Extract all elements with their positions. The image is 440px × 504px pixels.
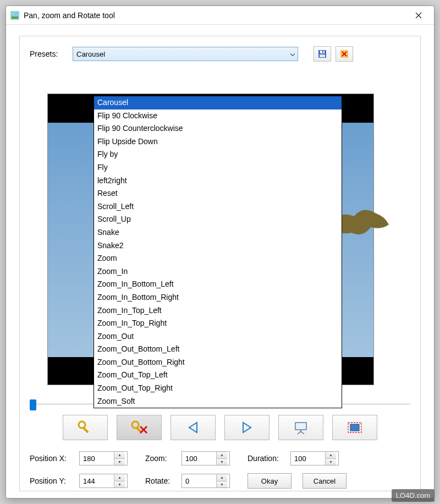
preset-option[interactable]: Reset: [94, 187, 342, 200]
preset-option[interactable]: Zoom_In: [94, 265, 342, 278]
preset-option[interactable]: Flip 90 Counterclockwise: [94, 122, 342, 135]
preset-option[interactable]: Zoom_In_Top_Right: [94, 317, 342, 330]
presets-label: Presets:: [30, 50, 68, 58]
svg-rect-9: [320, 54, 325, 57]
delete-icon: [339, 49, 349, 59]
preset-option[interactable]: Snake: [94, 226, 342, 239]
preset-option[interactable]: Zoom_Out_Top_Right: [94, 382, 342, 395]
next-frame-button[interactable]: [224, 415, 270, 440]
presets-row: Presets: Carousel: [30, 46, 410, 62]
posx-label: Position X:: [30, 454, 75, 463]
preset-option[interactable]: left2right: [94, 174, 342, 188]
posy-input[interactable]: ▲▼: [79, 474, 128, 488]
posx-field[interactable]: [80, 452, 114, 465]
zoom-spinner[interactable]: ▲▼: [216, 452, 227, 465]
dialog-content: Presets: Carousel: [19, 36, 421, 491]
preset-option[interactable]: Zoom_Out_Bottom_Right: [94, 356, 342, 369]
cancel-button[interactable]: Cancel: [302, 473, 346, 489]
slider-thumb[interactable]: [30, 399, 36, 410]
duration-input[interactable]: ▲▼: [290, 451, 339, 465]
okay-button[interactable]: Okay: [248, 473, 292, 489]
svg-rect-14: [82, 427, 89, 433]
preset-option[interactable]: Zoom_Out: [94, 330, 342, 343]
rotate-field[interactable]: [182, 474, 216, 487]
duration-label: Duration:: [248, 454, 286, 463]
svg-rect-24: [350, 424, 359, 431]
present-icon: [293, 420, 309, 435]
fit-screen-button[interactable]: [332, 415, 377, 440]
preset-option[interactable]: Zoom_Out_Top_Left: [94, 369, 342, 382]
preset-option[interactable]: Snake2: [94, 239, 342, 253]
screen-icon: [346, 421, 363, 434]
svg-line-21: [298, 431, 301, 434]
duration-field[interactable]: [291, 452, 325, 465]
preset-option[interactable]: Fly: [94, 161, 342, 174]
posy-field[interactable]: [80, 474, 114, 487]
save-preset-button[interactable]: [314, 46, 331, 62]
key-remove-icon: [130, 420, 148, 435]
rotate-spinner[interactable]: ▲▼: [216, 474, 227, 487]
preset-option[interactable]: Zoom_In_Bottom_Left: [94, 278, 342, 291]
zoom-field[interactable]: [182, 452, 216, 465]
add-keyframe-button[interactable]: [63, 415, 108, 440]
toolbar: [20, 415, 420, 440]
preset-option[interactable]: Flip Upside Down: [94, 135, 342, 149]
rotate-input[interactable]: ▲▼: [182, 474, 230, 488]
window-title: Pan, zoom and Rotate tool: [24, 11, 408, 20]
posy-label: Position Y:: [30, 476, 75, 485]
dialog-window: Pan, zoom and Rotate tool Presets: Carou…: [6, 6, 435, 498]
chevron-down-icon: [290, 50, 295, 58]
watermark: LO4D.com: [392, 489, 435, 502]
close-icon: [415, 12, 422, 19]
posx-input[interactable]: ▲▼: [79, 451, 128, 465]
preset-option[interactable]: Zoom_Soft: [94, 395, 342, 408]
title-bar: Pan, zoom and Rotate tool: [6, 6, 434, 25]
zoom-label: Zoom:: [145, 454, 177, 463]
delete-preset-button[interactable]: [336, 46, 353, 62]
remove-keyframe-button[interactable]: [117, 415, 162, 440]
prev-icon: [186, 420, 200, 435]
preset-option[interactable]: Zoom_Out_Bottom_Left: [94, 343, 342, 356]
svg-line-22: [301, 431, 304, 434]
presets-selected: Carousel: [76, 50, 105, 58]
svg-rect-19: [295, 423, 306, 430]
posy-spinner[interactable]: ▲▼: [114, 474, 125, 487]
prev-frame-button[interactable]: [170, 415, 216, 440]
app-icon: [10, 11, 19, 20]
preset-option[interactable]: Flip 90 Clockwise: [94, 109, 342, 123]
preset-option[interactable]: Zoom_In_Top_Left: [94, 304, 342, 317]
presentation-button[interactable]: [278, 415, 323, 440]
presets-combo[interactable]: Carousel: [73, 47, 298, 61]
posx-spinner[interactable]: ▲▼: [114, 452, 125, 465]
presets-dropdown[interactable]: CarouselFlip 90 ClockwiseFlip 90 Counter…: [94, 96, 342, 408]
preset-option[interactable]: Zoom: [94, 252, 342, 265]
svg-rect-8: [322, 51, 323, 53]
next-icon: [240, 420, 254, 435]
preset-option[interactable]: Fly by: [94, 148, 342, 161]
rotate-label: Rotate:: [145, 476, 177, 485]
duration-spinner[interactable]: ▲▼: [325, 452, 336, 465]
svg-point-2: [13, 13, 14, 14]
svg-rect-3: [12, 17, 18, 19]
preset-option[interactable]: Scroll_Up: [94, 213, 342, 226]
svg-rect-1: [12, 12, 18, 17]
save-icon: [317, 49, 327, 59]
window-close-button[interactable]: [408, 8, 430, 23]
fields-row-2: Position Y: ▲▼ Rotate: ▲▼ Okay Cancel: [30, 473, 410, 489]
key-add-icon: [77, 420, 94, 435]
preset-option[interactable]: Scroll_Left: [94, 200, 342, 213]
zoom-input[interactable]: ▲▼: [182, 451, 230, 465]
preset-option[interactable]: Zoom_In_Bottom_Right: [94, 291, 342, 304]
preset-option[interactable]: Carousel: [94, 96, 342, 109]
fields-row-1: Position X: ▲▼ Zoom: ▲▼ Duration: ▲▼: [30, 451, 410, 465]
